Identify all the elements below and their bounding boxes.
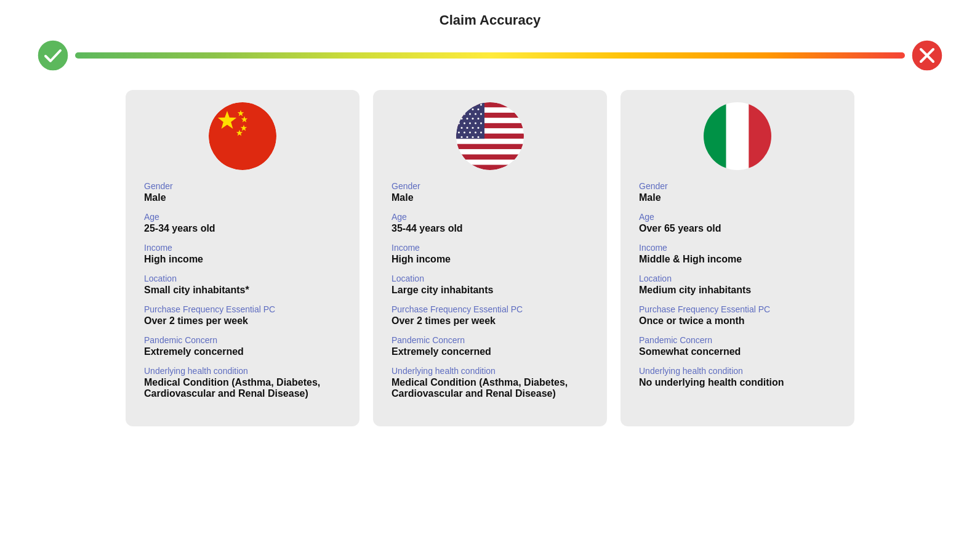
svg-point-22 bbox=[469, 104, 471, 106]
svg-point-59 bbox=[475, 141, 476, 143]
field-label-1-0: Gender bbox=[392, 181, 588, 191]
svg-point-0 bbox=[38, 40, 68, 71]
field-value-2-5: Somewhat concerned bbox=[639, 346, 836, 357]
field-value-1-1: 35-44 years old bbox=[392, 223, 588, 234]
svg-rect-63 bbox=[726, 102, 749, 170]
svg-point-43 bbox=[461, 127, 463, 129]
svg-point-27 bbox=[472, 108, 474, 110]
accuracy-bar-section bbox=[25, 39, 955, 71]
svg-point-33 bbox=[480, 113, 482, 115]
field-label-1-6: Underlying health condition bbox=[392, 366, 588, 376]
svg-point-30 bbox=[464, 113, 465, 115]
field-value-2-1: Over 65 years old bbox=[639, 223, 836, 234]
field-value-0-6: Medical Condition (Asthma, Diabetes, Car… bbox=[144, 377, 341, 399]
svg-point-20 bbox=[458, 104, 460, 106]
svg-point-56 bbox=[458, 141, 460, 143]
field-value-0-3: Small city inhabitants* bbox=[144, 285, 341, 296]
svg-point-37 bbox=[478, 118, 480, 120]
card-china: GenderMaleAge25-34 years oldIncomeHigh i… bbox=[126, 90, 359, 426]
field-label-2-6: Underlying health condition bbox=[639, 366, 836, 376]
svg-point-28 bbox=[478, 108, 480, 110]
check-icon bbox=[37, 39, 69, 71]
svg-point-44 bbox=[467, 127, 468, 129]
flag-china bbox=[144, 102, 341, 170]
svg-point-24 bbox=[480, 104, 482, 106]
svg-point-54 bbox=[472, 136, 474, 138]
svg-point-55 bbox=[478, 136, 480, 138]
card-italy: GenderMaleAgeOver 65 years oldIncomeMidd… bbox=[621, 90, 854, 426]
field-value-2-2: Middle & High income bbox=[639, 254, 836, 265]
field-label-2-1: Age bbox=[639, 212, 836, 222]
svg-point-53 bbox=[467, 136, 468, 138]
field-label-1-5: Pandemic Concern bbox=[392, 335, 588, 345]
svg-point-21 bbox=[464, 104, 465, 106]
field-value-1-5: Extremely concerned bbox=[392, 346, 588, 357]
field-label-2-2: Income bbox=[639, 243, 836, 253]
svg-rect-14 bbox=[456, 144, 524, 149]
field-label-1-3: Location bbox=[392, 274, 588, 283]
svg-rect-13 bbox=[456, 139, 524, 144]
field-label-1-1: Age bbox=[392, 212, 588, 222]
svg-rect-18 bbox=[456, 165, 524, 170]
field-value-2-3: Medium city inhabitants bbox=[639, 285, 836, 296]
svg-point-40 bbox=[469, 123, 471, 124]
svg-rect-7 bbox=[456, 107, 524, 112]
svg-point-60 bbox=[480, 141, 482, 143]
field-label-0-6: Underlying health condition bbox=[144, 366, 341, 376]
svg-rect-15 bbox=[456, 149, 524, 154]
field-label-0-0: Gender bbox=[144, 181, 341, 191]
svg-rect-17 bbox=[456, 160, 524, 164]
svg-point-29 bbox=[458, 113, 460, 115]
field-value-2-0: Male bbox=[639, 192, 836, 203]
field-label-0-1: Age bbox=[144, 212, 341, 222]
field-label-2-0: Gender bbox=[639, 181, 836, 191]
field-label-1-2: Income bbox=[392, 243, 588, 253]
field-value-2-4: Once or twice a month bbox=[639, 315, 836, 327]
svg-point-35 bbox=[467, 118, 468, 120]
svg-point-32 bbox=[475, 113, 476, 115]
svg-point-49 bbox=[469, 132, 471, 134]
svg-point-39 bbox=[464, 123, 465, 124]
svg-point-47 bbox=[458, 132, 460, 134]
field-value-1-6: Medical Condition (Asthma, Diabetes, Car… bbox=[392, 377, 588, 399]
svg-point-23 bbox=[475, 104, 476, 106]
svg-point-42 bbox=[480, 123, 482, 124]
field-label-1-4: Purchase Frequency Essential PC bbox=[392, 304, 588, 314]
field-value-0-5: Extremely concerned bbox=[144, 346, 341, 357]
field-value-1-2: High income bbox=[392, 254, 588, 265]
field-value-0-2: High income bbox=[144, 254, 341, 265]
page-title: Claim Accuracy bbox=[25, 12, 955, 28]
field-label-2-3: Location bbox=[639, 274, 836, 283]
svg-rect-64 bbox=[749, 102, 771, 170]
svg-point-25 bbox=[461, 108, 463, 110]
svg-rect-6 bbox=[456, 102, 524, 107]
svg-point-41 bbox=[475, 123, 476, 124]
card-usa: GenderMaleAge35-44 years oldIncomeHigh i… bbox=[373, 90, 607, 426]
field-value-2-6: No underlying health condition bbox=[639, 377, 836, 388]
svg-point-38 bbox=[458, 123, 460, 124]
field-value-0-0: Male bbox=[144, 192, 341, 203]
svg-point-51 bbox=[480, 132, 482, 134]
svg-point-45 bbox=[472, 127, 474, 129]
svg-point-34 bbox=[461, 118, 463, 120]
svg-point-50 bbox=[475, 132, 476, 134]
accuracy-gradient-bar bbox=[75, 52, 905, 59]
field-value-1-4: Over 2 times per week bbox=[392, 315, 588, 327]
field-label-0-3: Location bbox=[144, 274, 341, 283]
svg-point-48 bbox=[464, 132, 465, 134]
svg-point-52 bbox=[461, 136, 463, 138]
field-value-1-0: Male bbox=[392, 192, 588, 203]
field-value-0-1: 25-34 years old bbox=[144, 223, 341, 234]
field-value-0-4: Over 2 times per week bbox=[144, 315, 341, 327]
svg-point-57 bbox=[464, 141, 465, 143]
svg-point-46 bbox=[478, 127, 480, 129]
field-label-0-2: Income bbox=[144, 243, 341, 253]
field-value-1-3: Large city inhabitants bbox=[392, 285, 588, 296]
svg-rect-62 bbox=[704, 102, 726, 170]
x-icon bbox=[911, 39, 943, 71]
svg-point-31 bbox=[469, 113, 471, 115]
flag-italy bbox=[639, 102, 836, 170]
field-label-0-4: Purchase Frequency Essential PC bbox=[144, 304, 341, 314]
flag-usa bbox=[392, 102, 588, 170]
field-label-0-5: Pandemic Concern bbox=[144, 335, 341, 345]
